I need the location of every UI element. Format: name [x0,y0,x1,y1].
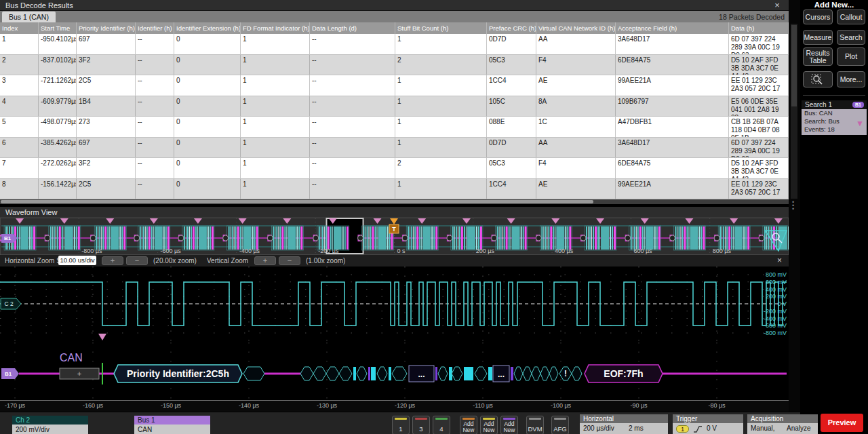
table-cell: 0 [174,158,241,178]
drag-handle-dots[interactable]: ••• [792,201,794,211]
afg-button[interactable]: AFG [551,416,569,434]
table-cell: F4 [536,55,616,75]
table-cell: A47DBFB1 [616,117,729,137]
table-cell: AA [536,138,616,158]
waveform-overview[interactable]: -800 µs-600 µs-400 µs-200 µs0 s200 µs400… [0,217,789,255]
bus-type-label: CAN [60,352,83,363]
ch2-channel-badge[interactable]: C 2 [1,298,21,309]
table-row[interactable]: 7-272.0262µs3F2--01--205C3F46DE84A75D5 1… [0,158,789,179]
table-cell: 1 [395,75,487,96]
column-header[interactable]: Preface CRC (h) [487,22,536,34]
decode-results-titlebar[interactable]: Bus Decode Results × [0,0,789,11]
search1-body[interactable]: Bus: CAN Search: Bus Events: 18 ▼ [802,109,867,135]
plot-button[interactable]: Plot [837,47,865,66]
table-cell: -- [136,55,174,75]
v-zoom-minus-button[interactable]: − [279,256,300,265]
h-zoom-plus-button[interactable]: + [102,256,123,265]
column-header[interactable]: Acceptance Field (h) [616,22,729,34]
table-cell: F4 [536,158,616,178]
bus-drag-handle[interactable]: + [60,368,99,379]
h-zoom-minus-button[interactable]: − [126,256,148,265]
decode-bit-bar [371,367,376,380]
button-label: AddNew [481,421,497,433]
table-vertical-scrollbar[interactable] [791,24,797,199]
add-new-button[interactable]: AddNew [500,416,518,434]
table-row[interactable]: 8-156.1422µs2C5--01--11CC4AE99AEE21AEE 0… [0,179,789,200]
results-table-button[interactable]: Results Table [803,47,833,66]
acquisition-settings-panel[interactable]: Acquisition Manual, Analyze [747,414,818,434]
dvm-button[interactable]: DVM [526,416,544,434]
search-button[interactable]: Search [837,30,865,45]
zoom-select-button[interactable] [803,71,833,87]
button-label: AFG [552,426,568,432]
channel-color-strip [503,418,515,420]
table-horizontal-scrollbar[interactable] [0,199,789,204]
table-row[interactable]: 6-385.4262µs697--01--10D7DAA3A648D176D 0… [0,138,789,159]
v-zoom-plus-button[interactable]: + [254,256,276,265]
table-cell: -- [136,34,174,54]
column-header[interactable]: Identifier Extension (h) [174,22,241,34]
column-header[interactable]: Identifier (h) [136,22,174,34]
table-cell: 2 [395,158,487,178]
cursors-button[interactable]: Cursors [803,9,833,24]
column-header[interactable]: Start Time [39,22,77,34]
table-row[interactable]: 5-498.0779µs273--01--1088E1CA47DBFB1CB 1… [0,117,789,138]
add-new-button[interactable]: AddNew [480,416,498,434]
zoom-select-icon [810,73,825,85]
decode-bit-bar [488,367,492,380]
trigger-settings-panel[interactable]: Trigger 1 0 V [673,414,743,434]
callout-button[interactable]: Callout [837,9,865,24]
horizontal-settings-panel[interactable]: Horizontal 200 µs/div 2 ms [580,414,668,434]
search1-bus-line: Bus: CAN [802,109,867,117]
search1-badge-panel[interactable]: Search 1 B1 Bus: CAN Search: Bus Events:… [802,100,867,135]
time-axis-label: -170 µs [5,402,25,409]
table-cell: 0 [174,34,241,54]
preview-button[interactable]: Preview [821,414,863,432]
measure-button[interactable]: Measure [803,30,833,45]
column-header[interactable]: Index [0,22,39,34]
bus1-badge[interactable]: Bus 1 CAN [134,416,210,434]
table-cell: 99AEE21A [616,75,729,96]
channel-button[interactable]: 1 [392,416,410,434]
button-label: DVM [527,426,543,432]
bus-decode-track[interactable]: Priority Identifier:2C5h......!EOF:7FhB1… [0,342,789,400]
close-icon[interactable]: × [772,0,782,11]
table-row[interactable]: 2-837.0102µs3F2--01--205C3F46DE84A75D5 1… [0,55,789,76]
column-header[interactable]: Stuff Bit Count (h) [395,22,487,34]
table-row[interactable]: 1-950.4102µs697--01--10D7DAA3A648D176D 0… [0,34,789,55]
acquisition-mode: Manual, [751,423,775,434]
decode-table-header: IndexStart TimePriority Identifier (h)Id… [0,22,789,34]
waveform-view-titlebar[interactable]: Waveform View [0,207,789,218]
tab-bus1-can[interactable]: Bus 1 (CAN) [2,12,56,22]
column-header[interactable]: Data Length (d) [310,22,395,34]
table-row[interactable]: 4-609.9779µs1B4--01--1105C8A109B6797E5 0… [0,96,789,117]
sidebar-divider [803,95,865,96]
table-cell: 0 [174,138,241,158]
analog-waveform-plot[interactable]: 800 mV600 mV400 mV200 mV0 V-200 mV-400 m… [0,267,789,342]
table-cell: -272.0262µs [39,158,77,178]
table-cell: 05C3 [487,158,536,178]
table-cell: 0 [174,55,241,75]
column-header[interactable]: Virtual CAN Network ID (h) [536,22,616,34]
table-cell: -385.4262µs [39,138,77,158]
add-new-button[interactable]: AddNew [460,416,477,434]
scrollbar-thumb[interactable] [1,200,593,203]
time-axis-label: -90 µs [630,402,647,409]
table-row[interactable]: 3-721.1262µs2C5--01--11CC4AE99AEE21AEE 0… [0,75,789,96]
zoom-close-icon[interactable]: × [777,255,782,267]
column-header[interactable]: FD Format Indicator (h) [241,22,310,34]
table-cell: 1 [241,138,310,158]
channel2-badge[interactable]: Ch 2 200 mV/div [12,416,88,434]
channel-button[interactable]: 3 [412,416,430,434]
svg-text:-800 µs: -800 µs [81,248,102,254]
more-button[interactable]: More... [837,71,865,87]
scrollbar-thumb[interactable] [791,25,797,106]
bottom-settings-bar: Ch 2 200 mV/div Bus 1 CAN 134AddNewAddNe… [0,412,800,434]
column-header[interactable]: Data (h) [729,22,789,34]
channel-button[interactable]: 4 [433,416,450,434]
column-header[interactable]: Priority Identifier (h) [77,22,136,34]
h-zoom-scale-input[interactable]: 10.00 us/div [58,256,96,265]
search1-header[interactable]: Search 1 B1 [802,100,867,109]
table-cell: -609.9779µs [39,96,77,117]
search1-nav-arrow-icon[interactable]: ▼ [856,119,864,128]
